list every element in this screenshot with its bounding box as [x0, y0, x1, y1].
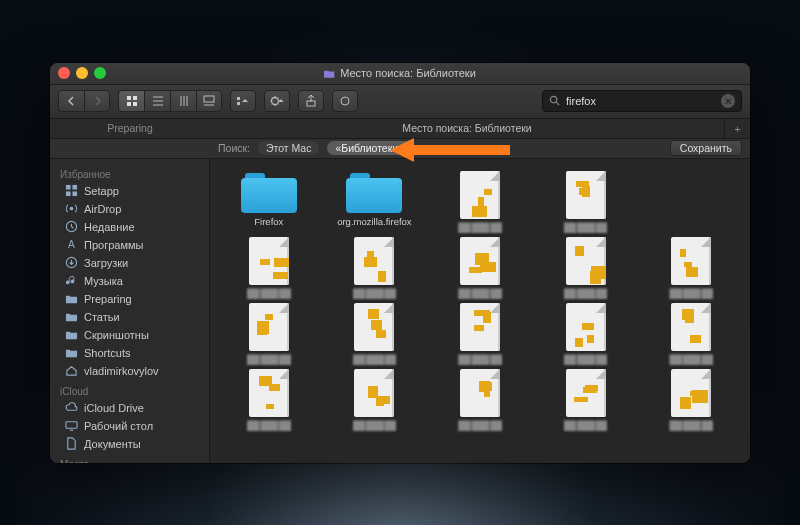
svg-point-16 [69, 207, 73, 211]
file-label: ██ ███ ██ [564, 420, 607, 431]
svg-rect-4 [204, 96, 214, 102]
sidebar-item--[interactable]: Загрузки [50, 254, 209, 272]
folder-icon [324, 68, 335, 79]
file-item[interactable]: ██ ███ ██ [427, 171, 533, 233]
arrange-button[interactable] [230, 90, 256, 112]
svg-point-7 [272, 98, 279, 105]
document-icon [354, 369, 394, 417]
sidebar-item-icloud-drive[interactable]: iCloud Drive [50, 399, 209, 417]
sidebar-item-label: Музыка [84, 275, 123, 287]
file-item[interactable]: ██ ███ ██ [427, 303, 533, 365]
sidebar-item-label: AirDrop [84, 203, 121, 215]
sidebar-item--[interactable]: Статьи [50, 308, 209, 326]
scope-label: Поиск: [218, 142, 250, 154]
document-icon [249, 369, 289, 417]
view-gallery-button[interactable] [196, 90, 222, 112]
sidebar-item-airdrop[interactable]: AirDrop [50, 200, 209, 218]
sidebar-item--[interactable]: Документы [50, 435, 209, 453]
toolbar: ✕ [50, 85, 750, 119]
document-icon [354, 303, 394, 351]
sidebar-item-preparing[interactable]: Preparing [50, 290, 209, 308]
file-item[interactable]: ██ ███ ██ [638, 237, 744, 299]
search-input[interactable] [566, 95, 715, 107]
file-item[interactable] [638, 171, 744, 233]
file-item[interactable]: ██ ███ ██ [533, 369, 639, 431]
file-item[interactable]: ██ ███ ██ [533, 303, 639, 365]
sidebar-item-vladimirkovylov[interactable]: vladimirkovylov [50, 362, 209, 380]
view-list-button[interactable] [144, 90, 170, 112]
file-item[interactable]: ██ ███ ██ [427, 369, 533, 431]
file-label: ██ ███ ██ [669, 354, 712, 365]
file-item[interactable]: Firefox [216, 171, 322, 233]
view-segment [118, 90, 222, 112]
file-item[interactable]: ██ ███ ██ [322, 303, 428, 365]
sidebar-item--[interactable]: Рабочий стол [50, 417, 209, 435]
action-button[interactable] [264, 90, 290, 112]
file-grid[interactable]: Firefoxorg.mozilla.firefox██ ███ ████ ██… [210, 159, 750, 463]
sidebar-item-setapp[interactable]: Setapp [50, 182, 209, 200]
view-icon-button[interactable] [118, 90, 144, 112]
sidebar-item--[interactable]: Недавние [50, 218, 209, 236]
sidebar-header: Избранное [50, 163, 209, 182]
view-column-button[interactable] [170, 90, 196, 112]
sidebar-item--[interactable]: Скриншотны [50, 326, 209, 344]
file-label: ██ ███ ██ [564, 222, 607, 233]
sidebar-item--[interactable]: Музыка [50, 272, 209, 290]
svg-rect-0 [127, 96, 131, 100]
svg-rect-13 [72, 185, 77, 190]
sidebar-header: iCloud [50, 380, 209, 399]
add-criteria-button[interactable]: + [724, 119, 750, 138]
file-item[interactable]: ██ ███ ██ [216, 303, 322, 365]
svg-point-9 [341, 97, 349, 105]
file-label: org.mozilla.firefox [337, 216, 411, 227]
finder-window: Место поиска: Библиотеки ✕ [50, 63, 750, 463]
share-button[interactable] [298, 90, 324, 112]
sidebar[interactable]: ИзбранноеSetappAirDropНедавниеAПрограммы… [50, 159, 210, 463]
file-item[interactable]: ██ ███ ██ [533, 171, 639, 233]
sidebar-item-label: Скриншотны [84, 329, 149, 341]
file-item[interactable]: ██ ███ ██ [322, 369, 428, 431]
search-field[interactable]: ✕ [542, 90, 742, 112]
home-icon [64, 364, 78, 378]
file-item[interactable]: ██ ███ ██ [216, 237, 322, 299]
file-item[interactable]: ██ ███ ██ [427, 237, 533, 299]
path-left: Preparing [50, 122, 210, 134]
file-item[interactable]: ██ ███ ██ [638, 303, 744, 365]
svg-rect-15 [72, 191, 77, 196]
file-label: ██ ███ ██ [458, 222, 501, 233]
save-search-button[interactable]: Сохранить [670, 140, 742, 156]
file-item[interactable]: ██ ███ ██ [322, 237, 428, 299]
svg-rect-12 [65, 185, 70, 190]
sidebar-item-label: Рабочий стол [84, 420, 153, 432]
forward-button[interactable] [84, 90, 110, 112]
window-title-text: Место поиска: Библиотеки [340, 67, 476, 79]
sidebar-item-shortcuts[interactable]: Shortcuts [50, 344, 209, 362]
svg-rect-3 [133, 102, 137, 106]
desktop-icon [64, 419, 78, 433]
download-icon [64, 256, 78, 270]
search-scope-bar: Поиск: Этот Mac «Библиотеки» Сохранить [50, 139, 750, 159]
window-body: ИзбранноеSetappAirDropНедавниеAПрограммы… [50, 159, 750, 463]
document-icon [460, 171, 500, 219]
sidebar-item-label: iCloud Drive [84, 402, 144, 414]
folder-icon [64, 328, 78, 342]
scope-this-mac[interactable]: Этот Mac [258, 141, 319, 155]
file-item[interactable]: ██ ███ ██ [533, 237, 639, 299]
clear-search-icon[interactable]: ✕ [721, 94, 735, 108]
doc-icon [64, 437, 78, 451]
file-item[interactable]: org.mozilla.firefox [322, 171, 428, 233]
document-icon [460, 369, 500, 417]
file-item[interactable]: ██ ███ ██ [216, 369, 322, 431]
document-icon [671, 303, 711, 351]
back-button[interactable] [58, 90, 84, 112]
window-title: Место поиска: Библиотеки [50, 67, 750, 79]
sidebar-item-label: Статьи [84, 311, 120, 323]
svg-rect-5 [237, 97, 240, 100]
tags-button[interactable] [332, 90, 358, 112]
file-item[interactable]: ██ ███ ██ [638, 369, 744, 431]
document-icon [566, 237, 606, 285]
document-icon [249, 303, 289, 351]
sidebar-item--[interactable]: AПрограммы [50, 236, 209, 254]
scope-libraries[interactable]: «Библиотеки» [327, 141, 412, 155]
file-label: ██ ███ ██ [247, 420, 290, 431]
